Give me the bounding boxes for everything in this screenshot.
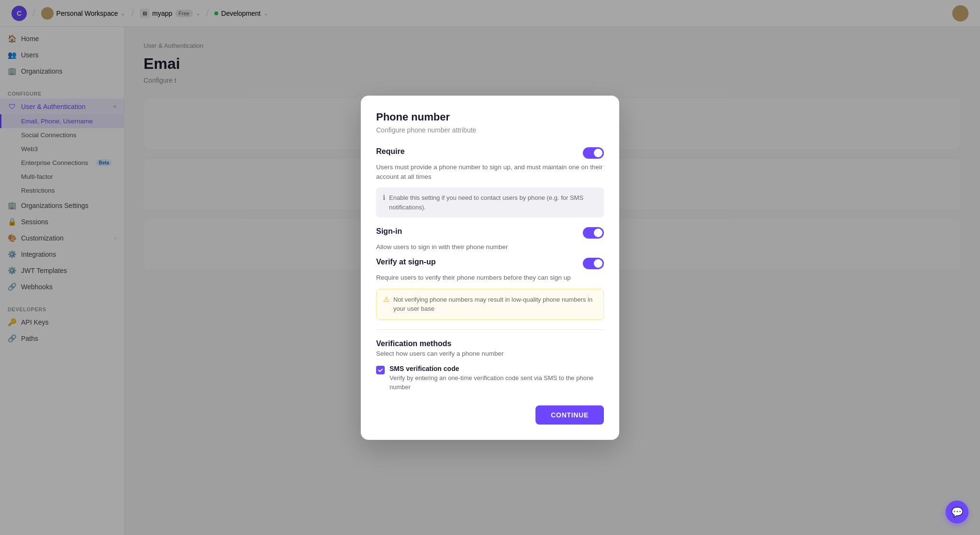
section-divider [376, 329, 604, 330]
require-description: Users must provide a phone number to sig… [376, 163, 604, 182]
require-info-box: ℹ Enable this setting if you need to con… [376, 187, 604, 218]
verification-methods-title: Verification methods [376, 339, 604, 348]
warn-icon: ⚠ [383, 295, 390, 303]
verify-warn-box: ⚠ Not verifying phone numbers may result… [376, 289, 604, 320]
require-row: Require [376, 147, 604, 159]
sms-checkbox-row: SMS verification code Verify by entering… [376, 365, 604, 392]
sms-label: SMS verification code [390, 365, 604, 372]
verify-toggle-slider [583, 258, 604, 269]
phone-number-modal: Phone number Configure phone number attr… [361, 96, 619, 440]
signin-label: Sign-in [376, 227, 402, 236]
chat-bubble[interactable]: 💬 [946, 501, 969, 524]
modal-title: Phone number [376, 111, 604, 123]
chat-icon: 💬 [951, 506, 963, 518]
info-icon: ℹ [383, 194, 385, 201]
signin-row: Sign-in [376, 227, 604, 239]
modal-footer: CONTINUE [376, 396, 604, 425]
verify-warn-text: Not verifying phone numbers may result i… [393, 295, 597, 314]
verify-row: Verify at sign-up [376, 258, 604, 269]
modal-overlay[interactable]: Phone number Configure phone number attr… [0, 0, 980, 535]
require-toggle[interactable] [583, 147, 604, 159]
verify-label: Verify at sign-up [376, 258, 435, 266]
sms-checkbox[interactable] [376, 366, 385, 374]
verify-toggle[interactable] [583, 258, 604, 269]
signin-toggle-slider [583, 227, 604, 239]
require-label: Require [376, 147, 405, 156]
sms-description: Verify by entering an one-time verificat… [390, 373, 604, 392]
sms-checkbox-content: SMS verification code Verify by entering… [390, 365, 604, 392]
modal-subtitle: Configure phone number attribute [376, 126, 604, 134]
signin-description: Allow users to sign in with their phone … [376, 242, 604, 252]
signin-toggle[interactable] [583, 227, 604, 239]
verification-methods-description: Select how users can verify a phone numb… [376, 350, 604, 357]
continue-button[interactable]: CONTINUE [535, 405, 604, 425]
require-toggle-slider [583, 147, 604, 159]
verify-description: Require users to verify their phone numb… [376, 273, 604, 283]
require-info-text: Enable this setting if you need to conta… [389, 193, 597, 212]
